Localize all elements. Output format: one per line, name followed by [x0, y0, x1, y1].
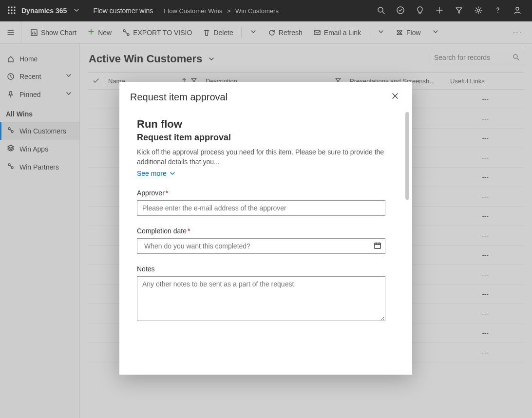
close-icon[interactable]: [389, 90, 401, 104]
flow-description: Kick off the approval process you need f…: [137, 148, 385, 167]
dialog-title: Request item approval: [130, 92, 228, 103]
scrollbar-thumb[interactable]: [405, 112, 409, 200]
flow-subtitle: Request item approval: [137, 133, 401, 143]
field-label: Approver*: [137, 189, 168, 197]
approver-input[interactable]: [137, 200, 385, 216]
calendar-icon[interactable]: [374, 242, 381, 251]
run-flow-dialog: Request item approval Run flow Request i…: [119, 82, 412, 375]
dialog-header: Request item approval: [119, 82, 412, 112]
field-approver: Approver*: [137, 189, 385, 216]
see-more-link[interactable]: See more: [137, 170, 176, 177]
field-label: Completion date*: [137, 227, 190, 235]
svg-rect-23: [375, 243, 380, 248]
field-completion-date: Completion date*: [137, 227, 385, 254]
field-notes: Notes: [137, 265, 385, 323]
dialog-body: Run flow Request item approval Kick off …: [119, 112, 412, 323]
field-label: Notes: [137, 265, 155, 273]
notes-textarea[interactable]: [137, 276, 385, 321]
see-more-label: See more: [137, 170, 167, 177]
flow-title: Run flow: [137, 118, 401, 131]
completion-date-input[interactable]: [137, 238, 385, 254]
